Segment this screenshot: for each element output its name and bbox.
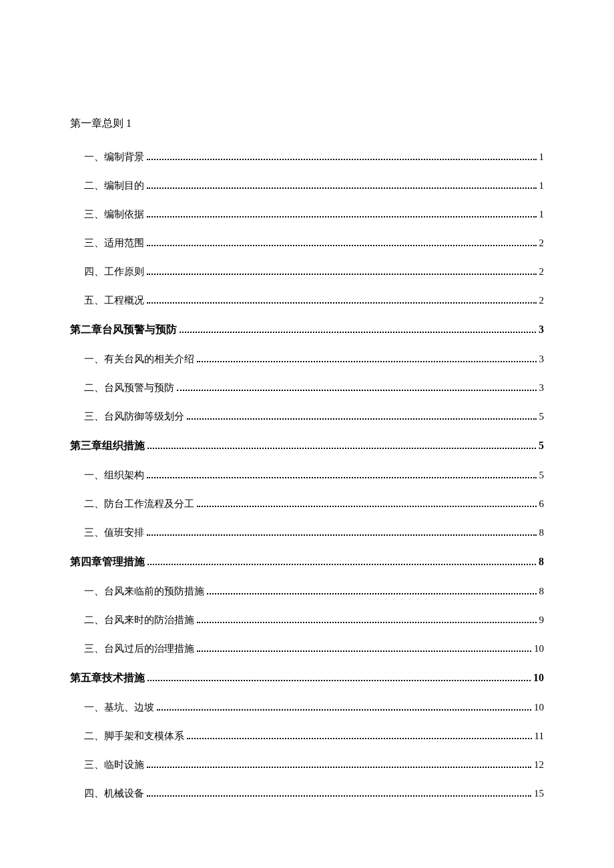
toc-dots bbox=[147, 470, 537, 478]
chapter-1-heading: 第一章总则 1 bbox=[70, 117, 544, 131]
toc-item: 四、机械设备 15 bbox=[70, 787, 544, 800]
toc-dots bbox=[147, 760, 531, 768]
toc-dots bbox=[147, 267, 537, 275]
toc-item: 一、编制背景 1 bbox=[70, 151, 544, 163]
toc-dots bbox=[147, 209, 537, 218]
chapter-page: 10 bbox=[533, 672, 544, 684]
toc-page: 3 bbox=[539, 382, 545, 394]
toc-label: 三、台风过后的治理措施 bbox=[84, 642, 194, 655]
chapter-4-heading: 第四章管理措施 8 bbox=[70, 555, 544, 569]
toc-dots bbox=[197, 354, 537, 362]
toc-dots bbox=[187, 731, 532, 739]
toc-label: 五、工程概况 bbox=[84, 294, 144, 307]
toc-item: 一、基坑、边坡 10 bbox=[70, 701, 544, 714]
toc-dots bbox=[147, 673, 531, 681]
toc-dots bbox=[147, 528, 537, 536]
toc-page: 6 bbox=[539, 498, 545, 510]
toc-page: 5 bbox=[539, 470, 545, 481]
toc-label: 一、台风来临前的预防措施 bbox=[84, 585, 204, 598]
toc-item: 一、台风来临前的预防措施 8 bbox=[70, 585, 544, 598]
chapter-label: 第四章管理措施 bbox=[70, 555, 145, 569]
toc-label: 三、编制依据 bbox=[84, 208, 144, 221]
toc-page: 9 bbox=[539, 614, 545, 626]
toc-item: 三、临时设施 12 bbox=[70, 759, 544, 771]
table-of-contents: 第一章总则 1 一、编制背景 1 二、编制目的 1 三、编制依据 1 三、适用范… bbox=[70, 117, 544, 800]
toc-item: 三、值班安排 8 bbox=[70, 526, 544, 539]
toc-dots bbox=[197, 644, 531, 652]
toc-page: 8 bbox=[539, 586, 545, 597]
toc-page: 2 bbox=[539, 295, 545, 306]
toc-item: 三、台风过后的治理措施 10 bbox=[70, 642, 544, 655]
toc-item: 三、适用范围 2 bbox=[70, 237, 544, 250]
toc-item: 一、有关台风的相关介绍 3 bbox=[70, 353, 544, 366]
toc-label: 一、编制背景 bbox=[84, 151, 144, 163]
toc-item: 五、工程概况 2 bbox=[70, 294, 544, 307]
toc-dots bbox=[197, 615, 537, 623]
toc-page: 5 bbox=[539, 411, 545, 422]
chapter-page: 3 bbox=[539, 324, 544, 336]
toc-page: 1 bbox=[539, 180, 545, 191]
toc-label: 二、防台工作流程及分工 bbox=[84, 498, 194, 510]
toc-label: 四、机械设备 bbox=[84, 787, 144, 800]
chapter-label: 第三章组织措施 bbox=[70, 439, 145, 453]
toc-page: 1 bbox=[539, 209, 545, 220]
chapter-page: 8 bbox=[539, 556, 544, 568]
toc-dots bbox=[157, 703, 531, 711]
toc-item: 三、编制依据 1 bbox=[70, 208, 544, 221]
toc-label: 二、脚手架和支模体系 bbox=[84, 730, 184, 743]
toc-dots bbox=[177, 383, 537, 391]
toc-label: 二、台风预警与预防 bbox=[84, 382, 174, 394]
toc-item: 一、组织架构 5 bbox=[70, 469, 544, 482]
toc-item: 四、工作原则 2 bbox=[70, 266, 544, 278]
toc-dots bbox=[180, 324, 536, 333]
toc-label: 三、值班安排 bbox=[84, 526, 144, 539]
chapter-page: 5 bbox=[539, 440, 544, 452]
toc-dots bbox=[197, 499, 537, 507]
toc-label: 一、组织架构 bbox=[84, 469, 144, 482]
toc-dots bbox=[147, 181, 537, 189]
toc-page: 11 bbox=[535, 731, 544, 742]
toc-label: 三、临时设施 bbox=[84, 759, 144, 771]
toc-label: 三、适用范围 bbox=[84, 237, 144, 250]
toc-page: 3 bbox=[539, 354, 545, 365]
toc-page: 8 bbox=[539, 527, 545, 538]
toc-dots bbox=[207, 586, 537, 594]
toc-label: 四、工作原则 bbox=[84, 266, 144, 278]
toc-label: 一、有关台风的相关介绍 bbox=[84, 353, 194, 366]
toc-label: 二、台风来时的防治措施 bbox=[84, 614, 194, 626]
toc-label: 一、基坑、边坡 bbox=[84, 701, 154, 714]
toc-item: 二、台风来时的防治措施 9 bbox=[70, 614, 544, 626]
chapter-2-heading: 第二章台风预警与预防 3 bbox=[70, 323, 544, 337]
toc-dots bbox=[187, 412, 537, 420]
toc-dots bbox=[147, 789, 531, 797]
toc-dots bbox=[147, 440, 536, 449]
toc-dots bbox=[147, 238, 537, 246]
toc-page: 2 bbox=[539, 238, 545, 249]
toc-label: 二、编制目的 bbox=[84, 179, 144, 192]
toc-dots bbox=[147, 556, 536, 565]
toc-item: 二、编制目的 1 bbox=[70, 179, 544, 192]
toc-page: 1 bbox=[539, 151, 545, 163]
chapter-3-heading: 第三章组织措施 5 bbox=[70, 439, 544, 453]
toc-dots bbox=[147, 296, 537, 304]
toc-page: 2 bbox=[539, 266, 545, 278]
toc-page: 10 bbox=[534, 702, 544, 713]
chapter-5-heading: 第五章技术措施 10 bbox=[70, 671, 544, 685]
toc-page: 10 bbox=[534, 643, 544, 655]
chapter-label: 第二章台风预警与预防 bbox=[70, 323, 177, 337]
toc-page: 15 bbox=[534, 788, 544, 799]
toc-item: 二、台风预警与预防 3 bbox=[70, 382, 544, 394]
toc-item: 二、防台工作流程及分工 6 bbox=[70, 498, 544, 510]
toc-page: 12 bbox=[534, 759, 544, 771]
toc-label: 三、台风防御等级划分 bbox=[84, 410, 184, 423]
chapter-label: 第五章技术措施 bbox=[70, 671, 145, 685]
toc-item: 三、台风防御等级划分 5 bbox=[70, 410, 544, 423]
toc-item: 二、脚手架和支模体系 11 bbox=[70, 730, 544, 743]
toc-dots bbox=[147, 152, 537, 160]
